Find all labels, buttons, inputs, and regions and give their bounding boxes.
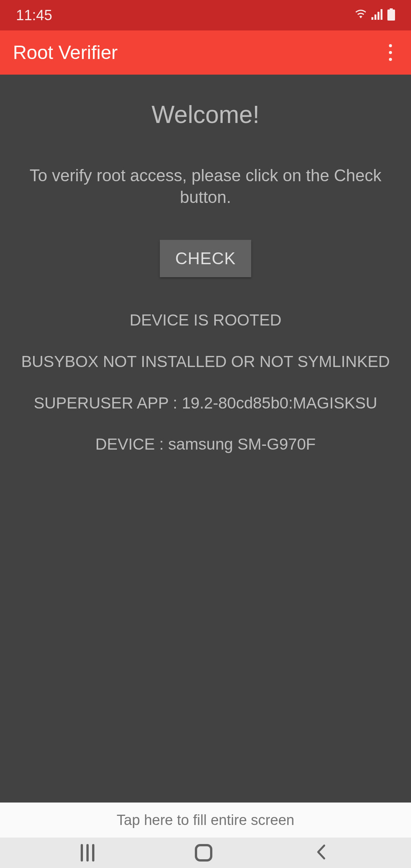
root-status-text: DEVICE IS ROOTED <box>122 310 289 331</box>
svg-rect-5 <box>387 10 395 21</box>
battery-icon <box>387 8 395 22</box>
app-title: Root Verifier <box>13 41 118 64</box>
svg-rect-1 <box>374 14 376 20</box>
svg-rect-4 <box>390 8 393 10</box>
instruction-text: To verify root access, please click on t… <box>13 164 398 208</box>
overflow-dot-icon <box>389 58 392 61</box>
svg-rect-0 <box>371 17 373 20</box>
welcome-heading: Welcome! <box>151 101 259 129</box>
svg-rect-2 <box>378 12 379 20</box>
wifi-icon <box>354 9 368 21</box>
nav-back-button[interactable] <box>313 843 330 862</box>
check-button[interactable]: CHECK <box>160 240 251 277</box>
overflow-menu-button[interactable] <box>381 43 400 62</box>
status-bar: 11:45 <box>0 0 411 30</box>
status-time: 11:45 <box>16 7 52 24</box>
overflow-dot-icon <box>389 44 392 47</box>
recents-icon <box>92 844 94 862</box>
recents-icon <box>81 844 83 862</box>
nav-home-button[interactable] <box>195 844 212 862</box>
svg-rect-3 <box>381 9 382 20</box>
navigation-bar <box>0 838 411 868</box>
app-bar: Root Verifier <box>0 30 411 75</box>
status-icons <box>354 8 395 22</box>
busybox-status-text: BUSYBOX NOT INSTALLED OR NOT SYMLINKED <box>14 351 398 372</box>
device-status-text: DEVICE : samsung SM-G970F <box>88 434 323 455</box>
fill-screen-label: Tap here to fill entire screen <box>117 812 295 828</box>
nav-recents-button[interactable] <box>81 844 94 862</box>
superuser-status-text: SUPERUSER APP : 19.2-80cd85b0:MAGISKSU <box>26 393 385 414</box>
overflow-dot-icon <box>389 51 392 54</box>
back-icon <box>313 843 330 861</box>
recents-icon <box>86 844 89 862</box>
main-content: Welcome! To verify root access, please c… <box>0 75 411 803</box>
signal-icon <box>371 9 384 21</box>
fill-screen-bar[interactable]: Tap here to fill entire screen <box>0 803 411 838</box>
